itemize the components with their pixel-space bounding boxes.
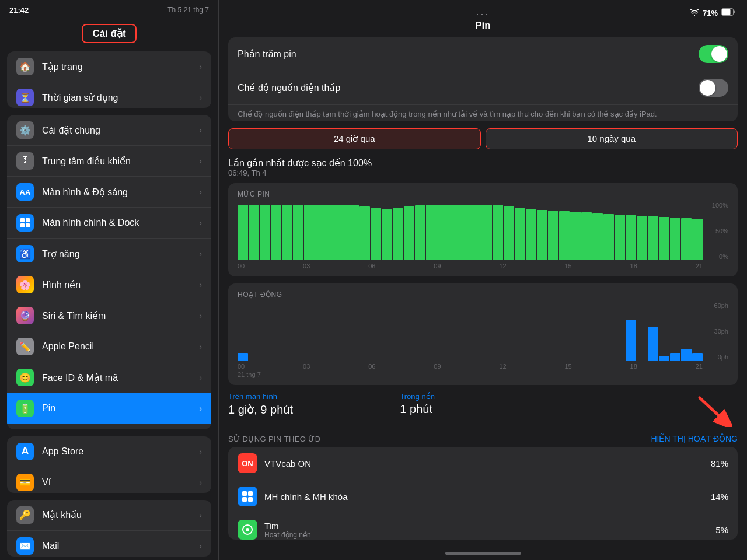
sidebar-item-trungtam[interactable]: 🎛 Trung tâm điều khiển › <box>7 146 211 177</box>
chevron-icon: › <box>199 478 202 487</box>
applepencil-label: Apple Pencil <box>42 341 191 352</box>
y-label-30: 30ph <box>705 328 728 335</box>
app-row-mhchinh[interactable]: MH chính & MH khóa 14% <box>228 480 738 513</box>
sidebar-item-pin[interactable]: 🔋 Pin › <box>7 393 211 424</box>
che-do-nguon-label: Chế độ nguồn điện thấp <box>238 82 340 93</box>
sidebar-bottom-group1: A App Store › 💳 Ví › <box>7 436 211 493</box>
battery-bar <box>681 218 692 260</box>
sidebar-item-mail[interactable]: ✉️ Mail › <box>7 531 211 556</box>
phan-tram-pin-toggle[interactable] <box>699 45 728 63</box>
chevron-icon: › <box>199 218 202 228</box>
battery-bar <box>371 208 381 260</box>
battery-bar <box>493 205 503 260</box>
tronang-label: Trợ năng <box>42 249 191 260</box>
chevron-icon: › <box>199 404 202 413</box>
sidebar-item-vi[interactable]: 💳 Ví › <box>7 467 211 493</box>
battery-y-labels: 100% 50% 0% <box>705 202 728 260</box>
app-row-tim[interactable]: Tim Hoạt động nền 5% <box>228 513 738 540</box>
siri-label: Siri & Tìm kiếm <box>42 310 191 321</box>
sidebar-bottom-group2: 🔑 Mật khẩu › ✉️ Mail › <box>7 500 211 556</box>
battery-bars <box>238 202 703 260</box>
red-arrow-icon <box>697 392 732 427</box>
vtvcab-percent: 81% <box>711 459 728 468</box>
chevron-icon: › <box>199 447 202 456</box>
battery-bar <box>315 205 326 260</box>
sidebar-item-manhinhdobsang[interactable]: AA Màn hình & Độ sáng › <box>7 177 211 208</box>
y-label-60: 60ph <box>705 302 728 309</box>
che-do-nguon-toggle[interactable] <box>699 79 728 97</box>
faceid-label: Face ID & Mật mã <box>42 372 191 383</box>
status-bar-right: 71% <box>690 8 735 18</box>
app-row-vtvcab[interactable]: ON VTVcab ON 81% <box>228 447 738 480</box>
sidebar-item-matkhau[interactable]: 🔑 Mật khẩu › <box>7 500 211 531</box>
taptrang-label: Tập trang <box>42 61 191 72</box>
sidebar-item-caidatchung[interactable]: ⚙️ Cài đặt chung › <box>7 115 211 146</box>
tim-percent: 5% <box>715 525 728 535</box>
tab-10d[interactable]: 10 ngày qua <box>486 128 738 149</box>
activity-x-sublabels: 21 thg 7 <box>238 371 703 378</box>
section-link[interactable]: HIỂN THỊ HOẠT ĐỘNG <box>651 434 738 443</box>
battery-bar <box>670 218 680 260</box>
sidebar-item-thoigian[interactable]: ⏳ Thời gian sử dụng › <box>7 82 211 108</box>
sidebar-item-siri[interactable]: 🔮 Siri & Tìm kiếm › <box>7 300 211 331</box>
appstore-label: App Store <box>42 446 191 457</box>
battery-bar <box>359 206 370 260</box>
settings-card: Phần trăm pin Chế độ nguồn điện thấp Chế… <box>228 37 738 121</box>
battery-bar <box>393 208 403 260</box>
sidebar-item-quyenriengtu[interactable]: 🤚 Quyền riêng tư & Bảo mật › <box>7 424 211 429</box>
wifi-icon <box>690 9 699 18</box>
mhchinh-info: MH chính & MH khóa <box>264 492 704 502</box>
sidebar-item-appstore[interactable]: A App Store › <box>7 436 211 467</box>
battery-bar <box>282 205 292 260</box>
tim-sub: Hoạt động nền <box>264 531 708 539</box>
battery-bar <box>592 214 603 260</box>
sidebar-item-taptrang[interactable]: 🏠 Tập trang › <box>7 51 211 82</box>
back-button[interactable]: Cài đặt <box>82 24 136 43</box>
pin-icon: 🔋 <box>16 400 34 417</box>
battery-chart-container: 100% 50% 0% <box>238 202 728 260</box>
battery-bar <box>570 212 581 260</box>
sidebar-item-manhinhchinh[interactable]: Màn hình chính & Dock › <box>7 208 211 239</box>
matkhau-icon: 🔑 <box>16 506 34 524</box>
che-do-note: Chế độ nguồn điện thấp tạm thời giảm hoạ… <box>228 105 738 121</box>
activity-bar <box>648 327 658 360</box>
background-label: Trong nền <box>400 392 560 401</box>
trungtam-icon: 🎛 <box>16 152 34 170</box>
battery-bar <box>637 216 647 260</box>
activity-bar <box>626 320 636 360</box>
battery-bar <box>238 205 248 260</box>
app-list: ON VTVcab ON 81% MH chính & MH khóa 14% <box>228 447 738 540</box>
chevron-icon: › <box>199 187 202 197</box>
battery-percent: 71% <box>703 9 718 18</box>
matkhau-label: Mật khẩu <box>42 509 191 520</box>
manhinhdobsang-label: Màn hình & Độ sáng <box>42 187 191 198</box>
sidebar-item-applepencil[interactable]: ✏️ Apple Pencil › <box>7 331 211 362</box>
usage-stats: Trên màn hình 1 giờ, 9 phút Trong nền 1 … <box>228 392 738 427</box>
sidebar-item-faceid[interactable]: 😊 Face ID & Mật mã › <box>7 362 211 393</box>
sidebar-top-group: 🏠 Tập trang › ⏳ Thời gian sử dụng › <box>7 51 211 108</box>
tab-24h[interactable]: 24 giờ qua <box>228 128 481 149</box>
battery-bar <box>515 208 525 260</box>
home-indicator <box>219 547 747 560</box>
sidebar-item-tronang[interactable]: ♿ Trợ năng › <box>7 239 211 270</box>
activity-chart-container: 60ph 30ph 0ph <box>238 302 728 360</box>
battery-bar <box>337 205 348 260</box>
battery-bar <box>504 206 514 260</box>
battery-bars-area <box>238 202 703 260</box>
tim-icon <box>238 520 257 540</box>
chevron-icon: › <box>199 156 202 166</box>
status-time: 21:42 <box>9 6 29 15</box>
appstore-icon: A <box>16 443 34 460</box>
vi-label: Ví <box>42 477 191 488</box>
activity-x-labels: 00 03 06 09 12 15 18 21 <box>238 363 703 370</box>
activity-y-labels: 60ph 30ph 0ph <box>705 302 728 360</box>
battery-bar <box>459 205 470 260</box>
svg-rect-11 <box>248 497 253 502</box>
sidebar-item-hinhnen[interactable]: 🌸 Hình nền › <box>7 270 211 300</box>
activity-bars <box>238 302 703 360</box>
y-label-0: 0% <box>705 253 728 260</box>
section-header: SỬ DỤNG PIN THEO ỨD HIỂN THỊ HOẠT ĐỘNG <box>228 434 738 443</box>
battery-x-labels: 00 03 06 09 12 15 18 21 <box>238 262 703 270</box>
svg-rect-3 <box>26 223 30 228</box>
y-label-0: 0ph <box>705 354 728 360</box>
